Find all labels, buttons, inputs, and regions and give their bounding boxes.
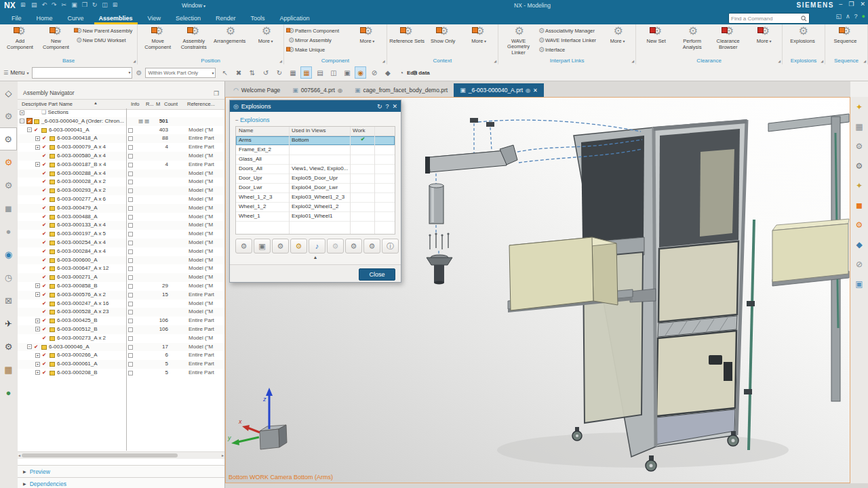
table-row[interactable]: 6-003-000208_B 5 Entire Part bbox=[18, 369, 224, 378]
table-row[interactable]: 6-003-000197_A x 5 Model ("M bbox=[18, 230, 224, 239]
column-m[interactable]: M bbox=[156, 101, 160, 107]
point-on-curve-icon[interactable]: ◔ bbox=[395, 66, 407, 79]
dialog-launcher-icon[interactable] bbox=[863, 59, 866, 63]
checkmark-icon[interactable] bbox=[42, 273, 46, 282]
app-menu-grid-icon[interactable]: ⊞ bbox=[20, 1, 26, 8]
ribbon-button[interactable]: Make Unique bbox=[286, 45, 349, 54]
column-reference[interactable]: Reference... bbox=[187, 101, 215, 107]
explosion-row[interactable]: Glass_All bbox=[236, 155, 395, 165]
dialog-title-bar[interactable]: ◎ Explosions ↻?✕ bbox=[230, 100, 401, 112]
home-diamond-icon[interactable]: ◇ bbox=[0, 81, 17, 104]
ribbon-button[interactable]: More bbox=[599, 26, 635, 56]
highlight-icon[interactable]: ▦ bbox=[287, 66, 298, 79]
expander-icon[interactable] bbox=[35, 292, 40, 297]
roles-icon[interactable]: ● bbox=[0, 381, 17, 404]
m-checkbox[interactable] bbox=[128, 353, 133, 358]
expander-icon[interactable] bbox=[35, 319, 40, 323]
m-checkbox[interactable] bbox=[128, 345, 133, 350]
reuse-library-icon[interactable]: ⚙ bbox=[0, 174, 17, 197]
ribbon-button[interactable]: Mirror Assembly bbox=[286, 35, 349, 45]
table-row[interactable]: 6-003-000079_A x 4 4 Entire Part bbox=[18, 143, 224, 152]
auto-explode-icon[interactable]: ⚙ bbox=[290, 239, 307, 253]
table-row[interactable]: 6-003-000187_B x 4 4 Entire Part bbox=[18, 161, 224, 169]
paste-icon[interactable]: ❒ bbox=[82, 1, 87, 8]
star-part-icon[interactable]: ✦ bbox=[850, 176, 868, 195]
explosions-section-header[interactable]: Explosions bbox=[235, 117, 395, 123]
checkmark-icon[interactable] bbox=[42, 204, 46, 213]
ribbon-button[interactable]: WAVE Interface Linker bbox=[536, 35, 599, 45]
orange-box-icon[interactable]: ◼ bbox=[850, 195, 868, 215]
part-name[interactable]: 6-003-000858_B bbox=[57, 282, 98, 291]
column-r[interactable]: R... bbox=[146, 101, 154, 107]
airplane-icon[interactable]: ✈ bbox=[0, 312, 17, 335]
layers-blue-icon[interactable]: ▣ bbox=[850, 274, 868, 293]
checkmark-icon[interactable] bbox=[42, 239, 46, 247]
tab-close-icon[interactable] bbox=[533, 87, 538, 94]
existing-point-icon[interactable]: ◆ bbox=[382, 66, 393, 79]
expander-icon[interactable] bbox=[27, 344, 32, 349]
redo-icon[interactable]: ↷ bbox=[52, 1, 57, 8]
checkmark-icon[interactable] bbox=[42, 247, 46, 256]
help-icon[interactable]: ? bbox=[854, 13, 858, 20]
m-checkbox[interactable] bbox=[128, 275, 133, 280]
part-name[interactable]: 6-003-000528_A x 23 bbox=[57, 308, 109, 317]
column-count[interactable]: Count bbox=[164, 101, 178, 107]
part-tab[interactable]: ▣ 007566_4.prt bbox=[286, 83, 349, 97]
m-checkbox[interactable] bbox=[128, 266, 133, 271]
checkmark-icon[interactable] bbox=[42, 186, 46, 195]
sphere-icon[interactable]: ● bbox=[0, 220, 17, 243]
checkmark-icon[interactable] bbox=[42, 308, 46, 317]
select-pointer-icon[interactable]: ↖ bbox=[219, 66, 231, 79]
ribbon-button[interactable]: Clearance Browser bbox=[710, 26, 746, 56]
dialog-launcher-icon[interactable] bbox=[821, 59, 823, 63]
expander-icon[interactable] bbox=[35, 283, 40, 288]
dialog-close-icon[interactable]: ✕ bbox=[392, 103, 397, 110]
intersection-icon[interactable]: ▣ bbox=[341, 66, 353, 79]
center-point-icon[interactable]: ◉ bbox=[355, 66, 366, 79]
save-icon[interactable]: ▤ bbox=[31, 1, 37, 8]
scroll-left-icon[interactable]: ◂ bbox=[18, 453, 20, 458]
table-row[interactable]: 6-003-000046_A 17 Model ("M bbox=[18, 343, 224, 352]
part-name[interactable]: 6-003-000079_A x 4 bbox=[57, 143, 106, 152]
checkmark-icon[interactable] bbox=[42, 351, 46, 360]
m-checkbox[interactable] bbox=[128, 319, 133, 323]
table-row[interactable]: 6-003-000418_A 88 Entire Part bbox=[18, 134, 224, 143]
ribbon-tab[interactable]: Application bbox=[273, 12, 317, 24]
process-studio-icon[interactable]: ⊠ bbox=[0, 289, 17, 312]
copy-explosion-icon[interactable]: ▣ bbox=[254, 239, 271, 253]
ribbon-button[interactable]: Perform Analysis bbox=[674, 26, 710, 56]
table-row[interactable]: 6-003-000284_A x 4 Model ("M bbox=[18, 247, 224, 256]
checkmark-icon[interactable] bbox=[42, 230, 46, 239]
history-icon[interactable]: ◷ bbox=[0, 266, 17, 289]
table-row[interactable]: 6-003-000512_B 106 Entire Part bbox=[18, 325, 224, 334]
table-row[interactable]: 6-003-000254_A x 4 Model ("M bbox=[18, 239, 224, 247]
gear-orange-icon[interactable]: ⚙ bbox=[850, 215, 868, 235]
column-work[interactable]: Work bbox=[353, 127, 366, 134]
expander-icon[interactable] bbox=[35, 145, 40, 150]
checkmark-icon[interactable] bbox=[42, 334, 46, 343]
ribbon-button[interactable]: More bbox=[461, 26, 497, 56]
checkmark-icon[interactable] bbox=[42, 143, 46, 152]
part-name[interactable]: 6-003-000580_A x 4 bbox=[57, 152, 106, 161]
ribbon-button[interactable]: New Set bbox=[638, 26, 674, 56]
ribbon-button[interactable]: New Parent Assembly bbox=[74, 26, 137, 35]
selection-scope-combo[interactable]: Within Work Part Only bbox=[145, 68, 216, 78]
m-checkbox[interactable] bbox=[128, 180, 133, 184]
checkmark-icon[interactable] bbox=[42, 325, 46, 334]
ribbon-button[interactable]: Show Only bbox=[425, 26, 461, 56]
table-row[interactable]: 6-003-000247_A x 16 Model ("M bbox=[18, 300, 224, 308]
dialog-launcher-icon[interactable] bbox=[494, 59, 496, 63]
part-name[interactable]: 6-003-000061_A bbox=[57, 360, 98, 369]
robot-icon[interactable]: ⚙ bbox=[0, 335, 17, 358]
part-name[interactable]: 6-003-000247_A x 16 bbox=[57, 300, 109, 308]
undo-icon[interactable]: ↶ bbox=[42, 1, 47, 8]
table-row[interactable]: 6-003-000041_A 403 Model ("M bbox=[18, 126, 224, 135]
web-browser-icon[interactable]: ◉ bbox=[0, 243, 17, 266]
part-name[interactable]: 6-003-000418_A bbox=[57, 134, 98, 143]
part-name[interactable]: 6-003-000273_A x 2 bbox=[57, 334, 106, 343]
explosion-row[interactable]: Wheel_1 Explo01_Wheel1 bbox=[236, 212, 395, 222]
m-checkbox[interactable] bbox=[128, 128, 133, 133]
maximize-button[interactable]: ❐ bbox=[848, 1, 854, 7]
checkmark-icon[interactable] bbox=[42, 134, 46, 143]
explosion-row[interactable]: Door_Lwr Explo04_Door_Lwr bbox=[236, 184, 395, 193]
